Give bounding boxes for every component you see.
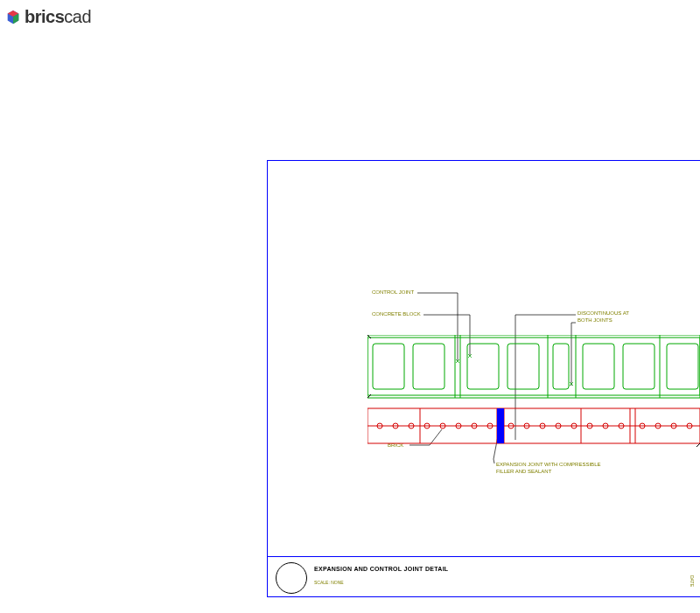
svg-rect-7	[368, 338, 700, 395]
detail-scale: SCALE: NONE	[314, 580, 344, 585]
svg-rect-17	[583, 344, 614, 389]
svg-rect-15	[553, 344, 569, 389]
svg-rect-13	[508, 344, 539, 389]
detail-title: EXPANSION AND CONTROL JOINT DETAIL	[314, 566, 448, 572]
svg-rect-8	[373, 344, 404, 389]
detail-drawing	[368, 335, 700, 457]
svg-rect-6	[368, 335, 700, 398]
svg-rect-12	[467, 344, 499, 389]
drawing-sheet: CONTROL JOINT CONCRETE BLOCK DISCONTINUO…	[267, 160, 700, 613]
svg-rect-9	[413, 344, 444, 389]
expansion-joint-filler	[497, 408, 504, 443]
svg-rect-18	[623, 344, 654, 389]
title-block: EXPANSION AND CONTROL JOINT DETAIL SCALE…	[267, 556, 700, 597]
bricscad-icon	[5, 10, 21, 25]
svg-rect-20	[667, 344, 698, 389]
app-logo: bricscad	[5, 7, 91, 27]
detail-bubble	[276, 562, 307, 594]
app-name: bricscad	[24, 7, 91, 27]
